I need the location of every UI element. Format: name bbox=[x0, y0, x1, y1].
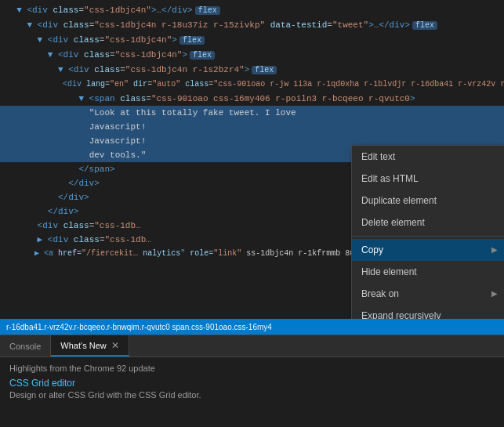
menu-item-duplicate[interactable]: Duplicate element bbox=[352, 190, 504, 212]
dom-line-4[interactable]: ▼ <div class="css-1dbjc4n">flex bbox=[0, 48, 504, 63]
dom-line-8-selected[interactable]: "Look at this totally fake tweet. I love bbox=[0, 106, 504, 120]
tab-console-label: Console bbox=[9, 342, 41, 351]
menu-separator-1 bbox=[352, 236, 504, 237]
dom-line-7[interactable]: ▼ <span class="css-901oao css-16my406 r-… bbox=[0, 92, 504, 106]
context-menu: Edit text Edit as HTML Duplicate element… bbox=[351, 145, 504, 319]
dom-line-5[interactable]: ▼ <div class="css-1dbjc4n r-1s2bzr4">fle… bbox=[0, 63, 504, 78]
tab-whats-new[interactable]: What's New ✕ bbox=[51, 335, 129, 356]
dom-line-3[interactable]: ▼ <div class="css-1dbjc4n">flex bbox=[0, 33, 504, 48]
menu-item-hide[interactable]: Hide element bbox=[352, 261, 504, 283]
tab-console[interactable]: Console bbox=[0, 335, 51, 356]
devtools-panel: ▼ <div class="css-1dbjc4n">…</div>flex ▼… bbox=[0, 0, 504, 427]
menu-item-edit-html[interactable]: Edit as HTML bbox=[352, 168, 504, 190]
menu-item-edit-text[interactable]: Edit text bbox=[352, 146, 504, 168]
tab-whats-new-label: What's New bbox=[60, 341, 106, 350]
menu-item-break-on[interactable]: Break on ▶ bbox=[352, 283, 504, 305]
menu-item-delete[interactable]: Delete element bbox=[352, 212, 504, 233]
description-text: Design or alter CSS Grid with the CSS Gr… bbox=[9, 390, 495, 400]
dom-line-6[interactable]: <div lang="en" dir="auto" class="css-901… bbox=[0, 78, 504, 92]
dom-line-2[interactable]: ▼ <div class="css-1dbjc4n r-18u37iz r-15… bbox=[0, 18, 504, 33]
whats-new-panel: Highlights from the Chrome 92 update CSS… bbox=[0, 356, 504, 427]
menu-item-expand[interactable]: Expand recursively bbox=[352, 305, 504, 319]
bottom-tabs: Console What's New ✕ bbox=[0, 335, 504, 356]
tab-close-icon[interactable]: ✕ bbox=[111, 340, 119, 351]
break-on-arrow-icon: ▶ bbox=[491, 287, 498, 301]
dom-line-1[interactable]: ▼ <div class="css-1dbjc4n">…</div>flex bbox=[0, 3, 504, 18]
dom-line-8b-selected[interactable]: Javascript! bbox=[0, 120, 504, 134]
status-bar: r-16dba41.r-vrz42v.r-bcqeeo.r-bnwqim.r-q… bbox=[0, 319, 504, 335]
highlights-text: Highlights from the Chrome 92 update bbox=[9, 364, 495, 373]
dom-tree: ▼ <div class="css-1dbjc4n">…</div>flex ▼… bbox=[0, 0, 504, 319]
copy-arrow-icon: ▶ bbox=[491, 243, 498, 257]
menu-item-copy[interactable]: Copy ▶ bbox=[352, 239, 504, 261]
css-grid-link[interactable]: CSS Grid editor bbox=[9, 378, 75, 389]
status-text: r-16dba41.r-vrz42v.r-bcqeeo.r-bnwqim.r-q… bbox=[6, 323, 272, 331]
